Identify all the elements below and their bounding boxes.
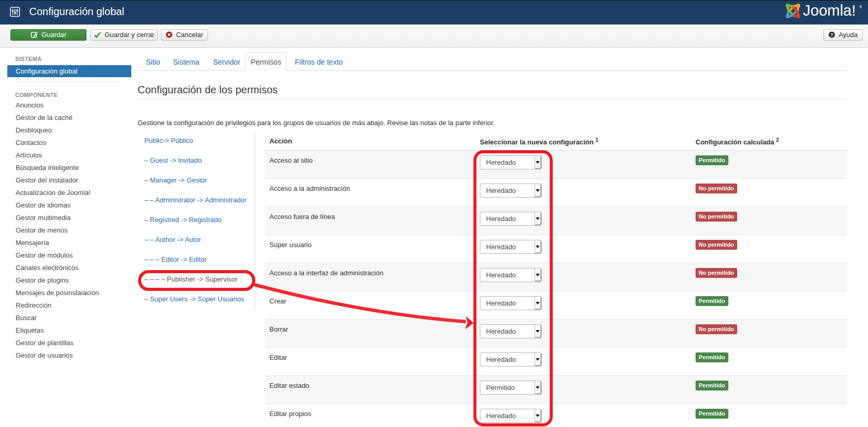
svg-text:?: ? bbox=[830, 32, 833, 38]
